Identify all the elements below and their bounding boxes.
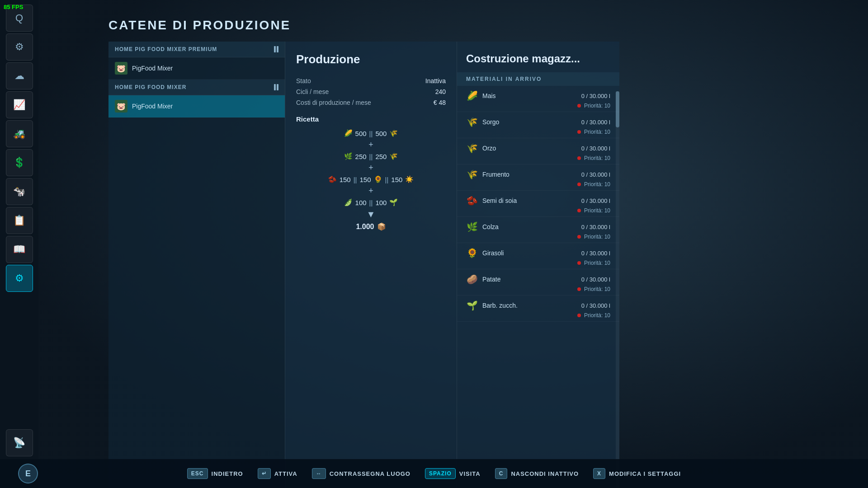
costi-row: Costi di produzione / mese € 48 [296,97,446,108]
orzo-icon: 🌾 [466,143,478,154]
sidebar-btn-map[interactable]: 📡 [6,429,33,456]
colza-priority: Priorità: 10 [466,234,610,240]
material-item-colza: 🌿 Colza 0 / 30.000 l Priorità: 10 [457,217,619,243]
mais-amount: 0 / 30.000 l [581,93,610,99]
girasoli-name: Girasoli [482,249,504,257]
patate-priority: Priorità: 10 [466,286,610,292]
orzo-name: Orzo [482,145,496,152]
btn-contrassegna[interactable]: ↔ CONTRASSEGNA LUOGO [312,468,410,479]
label-nascondi: NASCONDI INATTIVO [511,470,579,477]
chain-sub-item-standard-pig[interactable]: 🐷 PigFood Mixer [108,95,285,117]
output-icon: 📦 [377,222,386,231]
btn-modifica[interactable]: X MODIFICA I SETTAGGI [593,468,681,479]
separator-2: || [369,153,373,160]
patate-icon: 🥔 [466,274,478,285]
material-left-sorgo: 🌾 Sorgo [466,117,499,127]
chain-sub-icon-standard: 🐷 [115,100,127,113]
recipe-text-4: 250 [375,153,387,160]
chain-sub-label-premium: PigFood Mixer [132,65,173,72]
material-item-mais: 🌽 Mais 0 / 30.000 l Priorità: 10 [457,86,619,112]
material-item-semisoia: 🫘 Semi di soia 0 / 30.000 l Priorità: 10 [457,191,619,217]
sidebar-btn-money[interactable]: 💲 [6,149,33,176]
mais-priority-dot [577,104,581,108]
barbzucch-priority: Priorità: 10 [466,312,610,319]
material-row-semisoia: 🫘 Semi di soia 0 / 30.000 l [466,195,610,206]
btn-attiva[interactable]: ↵ ATTIVA [258,468,297,479]
chain-header-standard[interactable]: HOME PIG FOOD MIXER [108,80,285,95]
patate-name: Patate [482,276,500,283]
label-visita: VISITA [459,470,481,477]
sidebar-btn-chart[interactable]: 📈 [6,91,33,118]
plus-icon-2: + [368,163,373,173]
semisoia-name: Semi di soia [482,197,517,204]
patate-priority-text: Priorità: 10 [584,286,610,292]
btn-visita[interactable]: SPAZIO VISITA [425,468,481,479]
frumento-priority-dot [577,183,581,186]
plus-icon-1: + [368,140,373,150]
girasoli-priority-dot [577,261,581,265]
btn-indietro[interactable]: ESC INDIETRO [187,468,243,479]
sidebar-btn-settings[interactable]: ⚙ [6,33,33,61]
btn-nascondi[interactable]: C NASCONDI INATTIVO [495,468,579,479]
recipe-row-4: 🫛 100 || 100 🌱 [344,198,398,206]
sidebar-btn-tasks[interactable]: 📋 [6,207,33,234]
girasoli-priority-text: Priorità: 10 [584,260,610,266]
frumento-amount: 0 / 30.000 l [581,171,610,178]
chain-header-premium-label: HOME PIG FOOD MIXER PREMIUM [115,46,217,52]
material-left-barbzucch: 🌱 Barb. zucch. [466,300,518,311]
patate-priority-dot [577,287,581,291]
semisoia-priority: Priorità: 10 [466,207,610,214]
ricetta-label: Ricetta [296,115,446,123]
chain-sub-icon-premium: 🐷 [115,62,127,75]
recipe-container: 🌽 500 || 500 🌾 + 🌿 250 || 250 🌾 [296,129,446,231]
barbzucch-priority-dot [577,314,581,317]
label-attiva: ATTIVA [274,470,297,477]
recipe-text-3: 250 [355,153,367,160]
storage-title: Costruzione magazz... [457,42,619,72]
key-enter: ↵ [258,468,271,479]
sorgo-amount: 0 / 30.000 l [581,119,610,126]
storage-panel: Costruzione magazz... MATERIALI IN ARRIV… [457,42,619,488]
material-left-mais: 🌽 Mais [466,90,496,101]
map-icon: 📡 [13,437,25,449]
sidebar-btn-vehicle[interactable]: 🚜 [6,120,33,147]
girasoli-icon: 🌻 [466,248,478,258]
e-button[interactable]: E [18,464,38,483]
scroll-thumb[interactable] [616,91,619,127]
material-left-frumento: 🌾 Frumento [466,169,509,180]
material-item-barbzucch: 🌱 Barb. zucch. 0 / 30.000 l Priorità: 10 [457,296,619,322]
chain-header-premium[interactable]: HOME PIG FOOD MIXER PREMIUM [108,42,285,57]
production-title: Produzione [296,52,446,66]
recipe-text-1: 500 [355,130,367,137]
ingredient-icon-sprout: 🌱 [389,198,398,206]
separator-3: || [354,176,357,183]
colza-amount: 0 / 30.000 l [581,224,610,230]
plus-icon-3: + [368,186,373,196]
separator-4: || [385,176,389,183]
colza-icon: 🌿 [466,221,478,232]
sidebar-btn-book[interactable]: 📖 [6,236,33,263]
material-item-frumento: 🌾 Frumento 0 / 30.000 l Priorità: 10 [457,164,619,191]
material-row-colza: 🌿 Colza 0 / 30.000 l [466,221,610,232]
key-c: C [495,468,508,479]
sidebar-btn-production[interactable]: ⚙ [6,265,33,292]
recipe-row-3: 🫘 150 || 150 🌻 || 150 ☀️ [328,175,414,183]
material-row-mais: 🌽 Mais 0 / 30.000 l [466,90,610,101]
output-text: 1.000 [356,223,374,231]
sidebar-btn-animals[interactable]: 🐄 [6,178,33,205]
ingredient-icon-sunflower: 🌻 [374,175,382,183]
material-list: 🌽 Mais 0 / 30.000 l Priorità: 10 🌾 [457,86,619,483]
scrollbar[interactable] [616,91,619,488]
pause-icon-premium [274,46,278,52]
sidebar-btn-weather[interactable]: ☁ [6,62,33,89]
tasks-icon: 📋 [13,215,25,226]
chain-sub-item-premium-pig[interactable]: 🐷 PigFood Mixer [108,57,285,80]
pause-icon-standard [274,84,278,90]
semisoia-amount: 0 / 30.000 l [581,197,610,204]
material-item-orzo: 🌾 Orzo 0 / 30.000 l Priorità: 10 [457,138,619,164]
sorgo-priority: Priorità: 10 [466,129,610,135]
mais-name: Mais [482,92,496,99]
material-row-patate: 🥔 Patate 0 / 30.000 l [466,274,610,285]
material-row-sorgo: 🌾 Sorgo 0 / 30.000 l [466,117,610,127]
semisoia-priority-dot [577,209,581,212]
